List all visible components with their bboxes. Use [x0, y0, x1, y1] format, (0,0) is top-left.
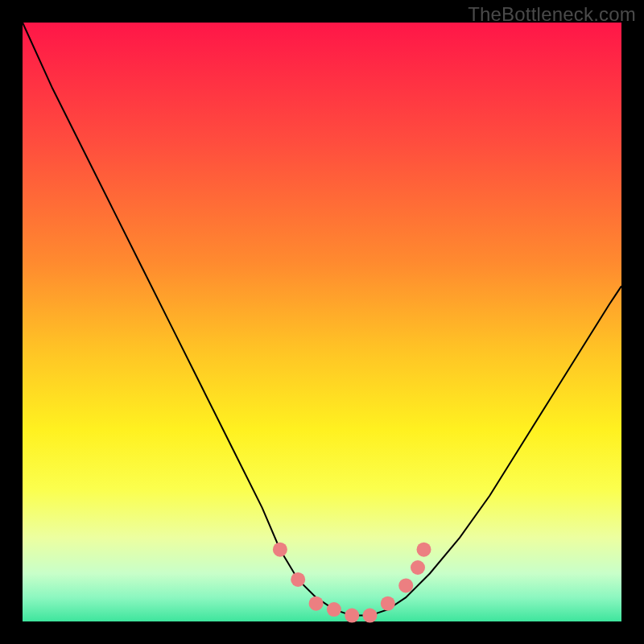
watermark-text: TheBottleneck.com [468, 3, 636, 26]
marker-dot [417, 543, 431, 557]
marker-dot [363, 609, 378, 623]
marker-dot [381, 597, 395, 611]
marker-dot [273, 543, 287, 557]
chart-frame: TheBottleneck.com [0, 0, 644, 644]
marker-dot [411, 560, 425, 575]
bottleneck-chart [0, 0, 644, 644]
marker-dot [327, 602, 341, 617]
marker-dot [398, 578, 413, 592]
marker-dot [309, 597, 324, 611]
marker-dot [345, 609, 359, 623]
plot-background [23, 23, 621, 621]
marker-dot [291, 572, 305, 587]
